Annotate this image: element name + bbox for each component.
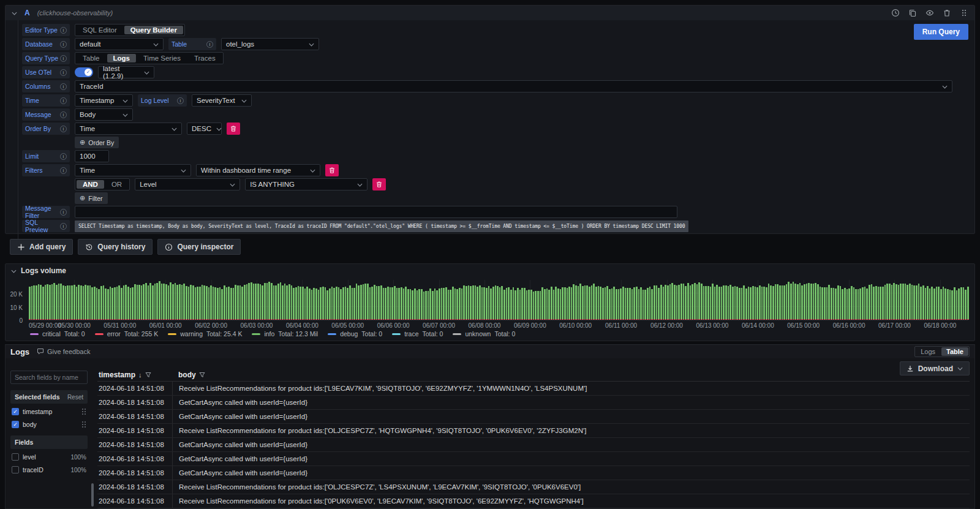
- info-icon[interactable]: [60, 55, 67, 62]
- scrollbar-thumb[interactable]: [91, 483, 94, 507]
- timestamp-cell: 2024-06-18 14:51:08: [97, 385, 172, 392]
- filter-operator-select[interactable]: Within dashboard time range: [196, 164, 320, 176]
- remove-query-trash-icon[interactable]: [943, 9, 951, 17]
- info-icon[interactable]: [60, 209, 67, 216]
- run-query-button[interactable]: Run Query: [914, 24, 968, 40]
- search-fields-input[interactable]: [10, 371, 88, 384]
- logs-volume-chart: [29, 280, 968, 320]
- limit-input[interactable]: [75, 150, 109, 162]
- info-icon[interactable]: [60, 167, 67, 174]
- add-query-button[interactable]: Add query: [10, 239, 73, 255]
- checkbox-checked[interactable]: ✓: [12, 408, 19, 415]
- filter-field-select[interactable]: Time: [75, 164, 191, 176]
- info-icon[interactable]: [60, 223, 67, 230]
- query-history-icon[interactable]: [891, 9, 900, 17]
- connector-option-or[interactable]: OR: [105, 180, 128, 189]
- info-icon[interactable]: [60, 83, 67, 90]
- order-by-direction-select[interactable]: DESC: [187, 123, 222, 135]
- hide-response-eye-icon[interactable]: [925, 9, 934, 17]
- drag-handle-icon[interactable]: [960, 9, 968, 17]
- volume-bar: [848, 288, 850, 320]
- table-row[interactable]: 2024-06-18 14:51:08Receive ListRecommend…: [97, 494, 970, 508]
- table-row[interactable]: 2024-06-18 14:51:08Receive ListRecommend…: [97, 480, 970, 494]
- volume-bar: [412, 290, 413, 320]
- message-column-select[interactable]: Body: [75, 108, 133, 121]
- filter-funnel-icon[interactable]: [199, 372, 205, 378]
- query-type-option-traces[interactable]: Traces: [188, 54, 222, 62]
- info-icon[interactable]: [206, 41, 213, 48]
- info-icon[interactable]: [60, 69, 67, 76]
- collapse-chevron-icon[interactable]: [12, 9, 17, 17]
- volume-bar: [390, 287, 391, 320]
- editor-type-option-sql-editor[interactable]: SQL Editor: [77, 26, 123, 34]
- filter2-operator-select[interactable]: IS ANYTHING: [245, 178, 368, 190]
- log-level-column-select[interactable]: SeverityText: [192, 94, 252, 107]
- reset-button[interactable]: Reset: [67, 394, 83, 401]
- legend-item-warning[interactable]: warningTotal: 25.4 K: [168, 330, 242, 337]
- editor-type-option-query-builder[interactable]: Query Builder: [124, 26, 183, 34]
- remove-filter-button[interactable]: [325, 164, 339, 176]
- columns-multiselect[interactable]: TraceId: [75, 80, 952, 92]
- volume-bar: [456, 289, 458, 320]
- database-select[interactable]: default: [75, 38, 164, 50]
- checkbox-unchecked[interactable]: [12, 453, 19, 461]
- sort-desc-icon[interactable]: ↓: [138, 371, 142, 379]
- table-row[interactable]: 2024-06-18 14:51:08GetCartAsync called w…: [97, 466, 970, 480]
- table-row[interactable]: 2024-06-18 14:51:08GetCartAsync called w…: [97, 410, 970, 424]
- table-row[interactable]: 2024-06-18 14:51:08Receive ListRecommend…: [97, 382, 970, 396]
- volume-bar: [385, 288, 386, 320]
- info-icon[interactable]: [60, 111, 67, 118]
- query-type-option-time-series[interactable]: Time Series: [137, 54, 187, 62]
- give-feedback-link[interactable]: Give feedback: [37, 348, 90, 355]
- info-icon[interactable]: [60, 153, 67, 160]
- drag-handle-icon[interactable]: [82, 409, 86, 415]
- query-type-option-logs[interactable]: Logs: [107, 54, 136, 62]
- table-row[interactable]: 2024-06-18 14:51:08GetCartAsync called w…: [97, 438, 970, 452]
- info-icon[interactable]: [60, 126, 67, 132]
- time-column-select[interactable]: Timestamp: [75, 94, 133, 107]
- otel-version-select[interactable]: latest (1.2.9): [98, 66, 154, 78]
- legend-item-unknown[interactable]: unknownTotal: 0: [453, 330, 515, 337]
- volume-bar: [878, 287, 880, 320]
- info-icon[interactable]: [177, 97, 184, 104]
- table-row[interactable]: 2024-06-18 14:51:08Receive ListRecommend…: [97, 424, 970, 438]
- logs-volume-header[interactable]: Logs volume: [6, 264, 974, 277]
- query-history-button[interactable]: Query history: [78, 239, 153, 255]
- legend-item-critical[interactable]: criticalTotal: 0: [30, 330, 85, 337]
- filter-funnel-icon[interactable]: [145, 372, 151, 378]
- info-icon[interactable]: [60, 97, 67, 104]
- legend-item-error[interactable]: errorTotal: 255 K: [95, 330, 159, 337]
- table-row[interactable]: 2024-06-18 14:51:08GetCartAsync called w…: [97, 396, 970, 410]
- legend-item-trace[interactable]: traceTotal: 0: [392, 330, 443, 337]
- checkbox-checked[interactable]: ✓: [12, 421, 19, 428]
- volume-bar: [425, 291, 427, 320]
- info-icon[interactable]: [60, 41, 67, 48]
- legend-item-debug[interactable]: debugTotal: 0: [328, 330, 382, 337]
- view-option-table[interactable]: Table: [941, 347, 968, 356]
- remove-order-by-button[interactable]: [227, 123, 240, 135]
- timestamp-column-header[interactable]: timestamp ↓: [97, 371, 172, 379]
- connector-option-and[interactable]: AND: [77, 180, 104, 189]
- table-select[interactable]: otel_logs: [221, 38, 319, 50]
- volume-bar: [640, 287, 642, 320]
- table-row[interactable]: 2024-06-18 14:51:08GetCartAsync called w…: [97, 452, 970, 466]
- timestamp-cell: 2024-06-18 14:51:08: [97, 413, 172, 420]
- remove-filter2-button[interactable]: [372, 178, 386, 190]
- query-type-option-table[interactable]: Table: [77, 54, 106, 62]
- use-otel-toggle[interactable]: ✓: [75, 67, 93, 77]
- add-order-by-button[interactable]: ⊕Order By: [75, 137, 119, 148]
- add-filter-button[interactable]: ⊕Filter: [75, 192, 108, 204]
- view-option-logs[interactable]: Logs: [916, 347, 940, 356]
- filter2-field-select[interactable]: Level: [135, 178, 240, 190]
- chevron-down-icon: [153, 40, 159, 48]
- query-inspector-button[interactable]: Query inspector: [157, 239, 241, 255]
- body-column-header[interactable]: body: [172, 371, 970, 379]
- message-filter-input[interactable]: [75, 206, 677, 218]
- checkbox-unchecked[interactable]: [12, 466, 19, 473]
- duplicate-query-icon[interactable]: [908, 9, 917, 17]
- legend-item-info[interactable]: infoTotal: 12.3 Mil: [252, 330, 318, 337]
- order-by-field-select[interactable]: Time: [75, 123, 182, 135]
- volume-bar: [138, 285, 140, 320]
- drag-handle-icon[interactable]: [82, 421, 86, 428]
- info-icon[interactable]: [60, 27, 67, 34]
